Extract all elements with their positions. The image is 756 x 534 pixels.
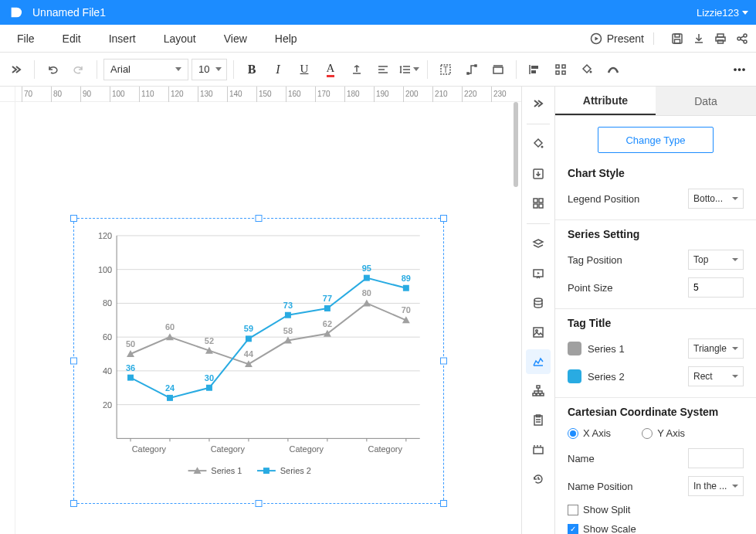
svg-rect-68 (206, 385, 212, 391)
series1-label: Series 1 (588, 343, 625, 355)
container-icon[interactable] (526, 437, 551, 462)
svg-rect-14 (493, 67, 503, 73)
menu-help[interactable]: Help (261, 32, 311, 45)
fill-color-icon[interactable] (575, 58, 598, 81)
legend-position-select[interactable]: Botto... (688, 189, 744, 209)
export-icon[interactable] (526, 162, 551, 186)
resize-handle[interactable] (70, 500, 77, 507)
canvas-area: 7080901001101201301401501601701801902002… (0, 87, 521, 534)
text-highlight-icon[interactable] (345, 58, 368, 81)
resize-handle[interactable] (70, 358, 77, 365)
show-split-checkbox[interactable]: Show Split (568, 504, 630, 515)
svg-point-9 (744, 40, 747, 43)
svg-rect-74 (324, 305, 331, 311)
svg-rect-98 (537, 393, 540, 396)
svg-rect-20 (562, 71, 565, 74)
svg-text:89: 89 (402, 274, 411, 283)
expand-panel-icon[interactable] (526, 91, 551, 116)
font-color-icon[interactable]: A (319, 58, 342, 81)
svg-point-93 (534, 298, 542, 301)
orgchart-icon[interactable] (526, 379, 551, 403)
resize-handle[interactable] (70, 215, 77, 222)
chart-tool-icon[interactable] (526, 349, 551, 374)
stroke-style-icon[interactable] (602, 58, 625, 81)
database-icon[interactable] (526, 291, 551, 315)
layers-icon[interactable] (526, 232, 551, 257)
align-objects-icon[interactable] (523, 58, 546, 81)
user-menu[interactable]: Lizzie123 (697, 7, 748, 19)
tab-attribute[interactable]: Attribute (555, 87, 656, 115)
show-scale-checkbox[interactable]: Show Scale (568, 523, 636, 534)
document-title[interactable]: Unnamed File1 (32, 6, 697, 19)
svg-text:100: 100 (98, 265, 112, 274)
series1-shape-select[interactable]: Triangle (688, 338, 744, 359)
redo-icon[interactable] (67, 58, 90, 81)
menu-layout[interactable]: Layout (150, 32, 210, 45)
radio-y-axis[interactable]: Y Axis (642, 427, 685, 439)
line-spacing-icon[interactable] (398, 58, 421, 81)
theme-icon[interactable] (526, 132, 551, 157)
series1-swatch (568, 342, 581, 355)
ruler-tick: 170 (315, 87, 331, 102)
canvas[interactable]: 20406080100120CategoryCategoryCategoryCa… (15, 102, 521, 534)
series2-shape-select[interactable]: Rect (688, 366, 744, 386)
tag-position-label: Tag Position (568, 254, 688, 266)
save-icon[interactable] (666, 28, 688, 49)
ruler-tick: 110 (139, 87, 154, 102)
bold-icon[interactable]: B (240, 58, 263, 81)
svg-point-21 (590, 70, 592, 73)
present-caret-icon[interactable] (653, 32, 660, 45)
grid-icon[interactable] (526, 191, 551, 216)
undo-icon[interactable] (41, 58, 64, 81)
tab-data[interactable]: Data (656, 87, 756, 115)
menu-bar: File Edit Insert Layout View Help Presen… (0, 25, 756, 53)
download-icon[interactable] (688, 28, 710, 49)
menu-insert[interactable]: Insert (95, 32, 150, 45)
image-icon[interactable] (526, 320, 551, 345)
align-icon[interactable] (371, 58, 395, 81)
title-bar: Unnamed File1 Lizzie123 (0, 0, 756, 25)
font-family-select[interactable]: Arial (103, 59, 188, 80)
point-size-input[interactable] (688, 277, 744, 298)
resize-handle[interactable] (256, 500, 263, 507)
clipboard-icon[interactable] (526, 408, 551, 433)
wrap-icon[interactable] (486, 58, 510, 81)
chart-selection[interactable]: 20406080100120CategoryCategoryCategoryCa… (73, 218, 444, 504)
font-size-select[interactable]: 10 (192, 59, 227, 80)
svg-rect-66 (167, 395, 173, 401)
svg-rect-102 (534, 447, 543, 454)
section-series-setting: Series Setting (568, 228, 744, 240)
menu-view[interactable]: View (210, 32, 261, 45)
svg-text:40: 40 (103, 366, 112, 376)
resize-handle[interactable] (440, 358, 447, 365)
ruler-tick: 150 (256, 87, 272, 102)
italic-icon[interactable]: I (266, 58, 290, 81)
collapse-panel-icon[interactable] (5, 58, 28, 81)
share-icon[interactable] (731, 28, 753, 49)
resize-handle[interactable] (256, 215, 263, 222)
scrollbar-thumb[interactable] (514, 102, 518, 187)
text-box-icon[interactable]: T (434, 58, 457, 81)
resize-handle[interactable] (440, 500, 447, 507)
change-type-button[interactable]: Change Type (598, 127, 714, 153)
svg-text:Category: Category (132, 444, 167, 454)
print-icon[interactable] (710, 28, 731, 49)
slideshow-icon[interactable] (526, 261, 551, 286)
svg-text:Category: Category (290, 444, 324, 454)
menu-edit[interactable]: Edit (49, 32, 95, 45)
axis-name-input[interactable] (688, 448, 744, 468)
radio-x-axis[interactable]: X Axis (568, 427, 611, 439)
svg-text:30: 30 (205, 373, 214, 383)
present-button[interactable]: Present (584, 32, 666, 45)
distribute-icon[interactable] (549, 58, 572, 81)
underline-icon[interactable]: U (293, 58, 316, 81)
resize-handle[interactable] (440, 215, 447, 222)
axis-name-pos-select[interactable]: In the ... (688, 476, 744, 496)
connector-icon[interactable] (460, 58, 483, 81)
more-icon[interactable]: ••• (728, 58, 751, 81)
svg-rect-2 (675, 34, 680, 37)
tag-position-select[interactable]: Top (688, 250, 744, 270)
point-size-label: Point Size (568, 282, 688, 294)
menu-file[interactable]: File (3, 32, 49, 45)
history-icon[interactable] (526, 467, 551, 491)
